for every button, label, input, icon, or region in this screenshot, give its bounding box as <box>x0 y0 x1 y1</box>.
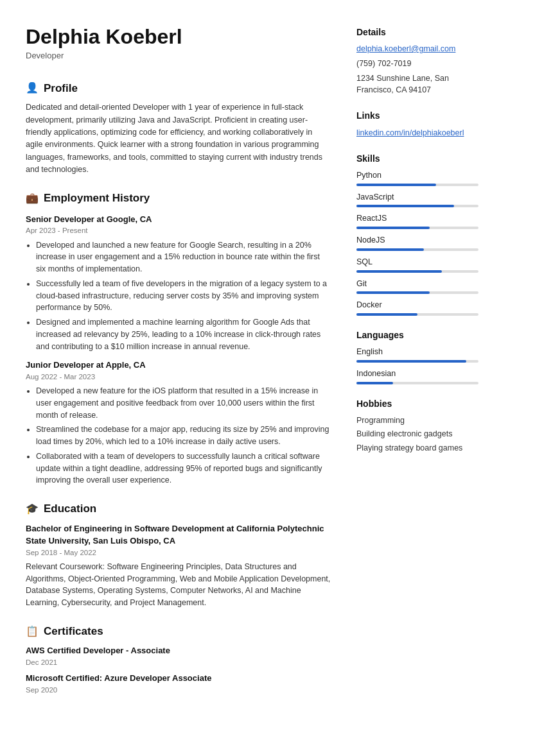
skill-bar-bg <box>356 291 478 294</box>
hobbies-list: ProgrammingBuilding electronic gadgetsPl… <box>356 415 478 454</box>
job-title-1: Senior Developer at Google, CA <box>26 213 331 226</box>
job-item: Junior Developer at Apple, CA Aug 2022 -… <box>26 359 331 486</box>
edu-title-1: Bachelor of Engineering in Software Deve… <box>26 522 331 547</box>
cert-title-2: Microsoft Certified: Azure Developer Ass… <box>26 672 331 685</box>
links-heading: Links <box>356 109 478 123</box>
language-name: Indonesian <box>356 368 478 380</box>
bullet-item: Developed and launched a new feature for… <box>36 239 331 275</box>
skill-bar-bg <box>356 205 478 207</box>
language-bar-bg <box>356 382 478 384</box>
skills-heading: Skills <box>356 152 478 166</box>
cert-date-1: Dec 2021 <box>26 657 331 668</box>
skills-section: Skills Python JavaScript ReactJS NodeJS … <box>356 152 478 316</box>
education-heading: 🎓 Education <box>26 501 331 517</box>
job-title-2: Junior Developer at Apple, CA <box>26 359 331 372</box>
skill-name: JavaScript <box>356 191 478 203</box>
bullet-item: Successfully led a team of five develope… <box>36 278 331 314</box>
email-link[interactable]: delphia.koeberl@gmail.com <box>356 43 478 55</box>
skill-bar-bg <box>356 313 478 316</box>
skill-item: NodeJS <box>356 234 478 251</box>
skill-bar-fill <box>356 184 436 186</box>
candidate-title: Developer <box>26 49 331 62</box>
bullet-item: Collaborated with a team of developers t… <box>36 451 331 486</box>
languages-list: English Indonesian <box>356 346 478 384</box>
edu-text-1: Relevant Coursework: Software Engineerin… <box>26 561 331 609</box>
education-entry: Bachelor of Engineering in Software Deve… <box>26 522 331 609</box>
phone-number: (759) 702-7019 <box>356 58 478 70</box>
details-heading: Details <box>356 26 478 39</box>
language-item: English <box>356 346 478 363</box>
profile-section: 👤 Profile Dedicated and detail-oriented … <box>26 80 331 176</box>
profile-heading: 👤 Profile <box>26 80 331 97</box>
skill-name: SQL <box>356 256 478 268</box>
cert-title-1: AWS Certified Developer - Associate <box>26 644 331 657</box>
employment-heading: 💼 Employment History <box>26 190 331 207</box>
candidate-name: Delphia Koeberl <box>26 26 331 48</box>
skill-name: Python <box>356 169 478 182</box>
skill-item: Docker <box>356 299 478 316</box>
hobbies-heading: Hobbies <box>356 397 478 411</box>
language-name: English <box>356 346 478 358</box>
skill-item: SQL <box>356 256 478 273</box>
hobby-item: Playing strategy board games <box>356 442 478 454</box>
language-bar-fill <box>356 360 466 363</box>
languages-heading: Languages <box>356 329 478 342</box>
hobby-item: Programming <box>356 415 478 427</box>
bullet-item: Developed a new feature for the iOS plat… <box>36 385 331 421</box>
cert-date-2: Sep 2020 <box>26 685 331 696</box>
certificates-section: 📋 Certificates AWS Certified Developer -… <box>26 623 331 696</box>
employment-icon: 💼 <box>26 191 39 206</box>
employment-section: 💼 Employment History Senior Developer at… <box>26 190 331 486</box>
skill-item: JavaScript <box>356 191 478 208</box>
job-date-1: Apr 2023 - Present <box>26 225 331 236</box>
skill-bar-fill <box>356 248 424 251</box>
skill-name: ReactJS <box>356 212 478 225</box>
skill-name: NodeJS <box>356 234 478 246</box>
skill-bar-fill <box>356 313 417 316</box>
resume-header: Delphia Koeberl Developer <box>26 26 331 62</box>
cert-entry: Microsoft Certified: Azure Developer Ass… <box>26 672 331 696</box>
skills-list: Python JavaScript ReactJS NodeJS SQL <box>356 169 478 316</box>
skill-item: Git <box>356 278 478 295</box>
hobby-item: Building electronic gadgets <box>356 428 478 440</box>
skill-name: Docker <box>356 299 478 311</box>
links-section: Links linkedin.com/in/delphiakoeberl <box>356 109 478 139</box>
language-item: Indonesian <box>356 368 478 384</box>
skill-name: Git <box>356 278 478 290</box>
bullet-item: Streamlined the codebase for a major app… <box>36 424 331 448</box>
skill-bar-bg <box>356 248 478 251</box>
language-bar-bg <box>356 360 478 363</box>
profile-icon: 👤 <box>26 80 39 96</box>
job-bullets-1: Developed and launched a new feature for… <box>26 239 331 353</box>
job-item: Senior Developer at Google, CA Apr 2023 … <box>26 213 331 353</box>
edu-date-1: Sep 2018 - May 2022 <box>26 547 331 558</box>
hobbies-section: Hobbies ProgrammingBuilding electronic g… <box>356 397 478 454</box>
skill-bar-bg <box>356 227 478 229</box>
skill-bar-fill <box>356 227 430 229</box>
profile-text: Dedicated and detail-oriented Developer … <box>26 101 331 176</box>
cert-entry: AWS Certified Developer - Associate Dec … <box>26 644 331 668</box>
bullet-item: Designed and implemented a machine learn… <box>36 316 331 352</box>
education-section: 🎓 Education Bachelor of Engineering in S… <box>26 501 331 609</box>
details-section: Details delphia.koeberl@gmail.com (759) … <box>356 26 478 96</box>
skill-bar-fill <box>356 291 430 294</box>
certificates-icon: 📋 <box>26 624 39 639</box>
job-bullets-2: Developed a new feature for the iOS plat… <box>26 385 331 486</box>
linkedin-link[interactable]: linkedin.com/in/delphiakoeberl <box>356 128 464 137</box>
language-bar-fill <box>356 382 393 384</box>
certificates-heading: 📋 Certificates <box>26 623 331 640</box>
skill-item: Python <box>356 169 478 186</box>
skill-bar-bg <box>356 270 478 273</box>
address: 1234 Sunshine Lane, San Francisco, CA 94… <box>356 73 478 97</box>
skill-bar-fill <box>356 270 442 273</box>
skill-bar-bg <box>356 184 478 186</box>
skill-item: ReactJS <box>356 212 478 229</box>
job-date-2: Aug 2022 - Mar 2023 <box>26 372 331 382</box>
skill-bar-fill <box>356 205 454 207</box>
education-icon: 🎓 <box>26 501 39 517</box>
languages-section: Languages English Indonesian <box>356 329 478 384</box>
